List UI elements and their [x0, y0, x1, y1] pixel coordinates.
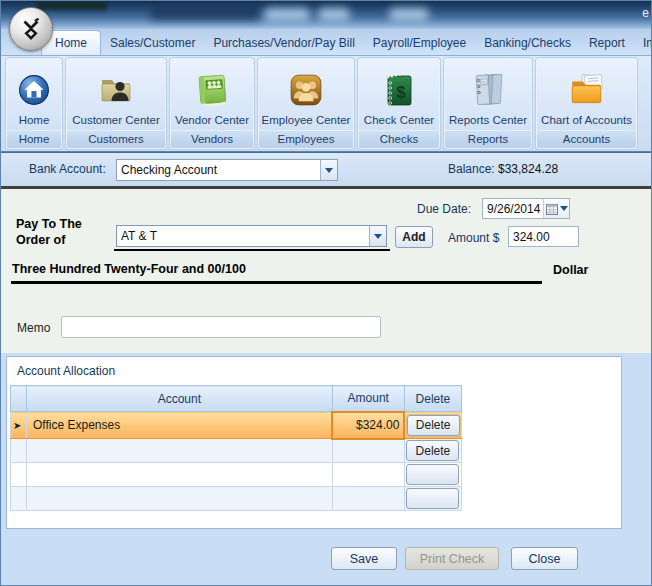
payee-select[interactable]: AT & T [116, 225, 387, 247]
print-check-button[interactable]: Print Check [405, 547, 499, 570]
vendor-center-button[interactable]: Vendor Center [171, 59, 253, 130]
chart-of-accounts-button[interactable]: Chart of Accounts [537, 59, 636, 130]
payee-underline [114, 249, 390, 251]
tab-report[interactable]: Report [580, 31, 634, 55]
balance-label: Balance: [448, 162, 495, 176]
table-row [11, 463, 462, 487]
account-cell[interactable]: Office Expenses [27, 412, 333, 439]
table-row: ➤ Office Expenses $324.00 Delete [11, 412, 462, 439]
bank-account-label: Bank Account: [29, 162, 106, 176]
due-date-value: 9/26/2014 [483, 202, 543, 216]
pay-to-the-order-of-label: Pay To The Order of [16, 216, 82, 248]
customer-center-button[interactable]: Customer Center [67, 59, 165, 130]
close-button[interactable]: Close [511, 547, 578, 570]
balance-value: $33,824.28 [498, 162, 558, 176]
redacted-window-title [151, 7, 259, 20]
vendor-book-icon [194, 66, 230, 114]
delete-cell: Delete [404, 439, 461, 463]
account-cell[interactable] [27, 463, 333, 487]
chevron-down-icon [374, 234, 382, 239]
ribbon-group-caption: Employees [259, 130, 353, 148]
ribbon-group-reports: Reports Center Reports [444, 58, 532, 149]
tab-purchases-vendor-pay-bill[interactable]: Purchases/Vendor/Pay Bill [204, 31, 363, 55]
redacted-title-text [37, 1, 107, 10]
bank-account-row: Bank Account: Checking Account Balance: … [1, 153, 651, 186]
pay-to-line-2: Order of [16, 232, 82, 248]
amount-cell[interactable] [332, 463, 404, 487]
delete-row-button[interactable]: Delete [406, 440, 459, 461]
home-icon [18, 66, 50, 114]
delete-cell [404, 463, 461, 487]
account-cell[interactable] [27, 439, 333, 463]
reports-center-button[interactable]: Reports Center [445, 59, 531, 130]
delete-cell: Delete [404, 412, 461, 439]
bank-account-value: Checking Account [117, 160, 320, 180]
table-row [11, 487, 462, 511]
ribbon-group-caption: Customers [67, 130, 165, 148]
due-date-picker-button[interactable] [543, 199, 569, 218]
row-selector-cell[interactable] [11, 463, 27, 487]
ribbon-toolbar: Home Home Customer Center [1, 56, 651, 151]
tab-payroll-employee[interactable]: Payroll/Employee [364, 31, 475, 55]
bank-account-dropdown-button[interactable] [320, 160, 337, 180]
amount-cell[interactable]: $324.00 [332, 412, 404, 439]
ribbon-group-customers: Customer Center Customers [66, 58, 166, 149]
home-button[interactable]: Home [7, 59, 61, 130]
row-selector-header [11, 386, 27, 412]
ribbon-group-caption: Home [7, 130, 61, 148]
delete-row-button[interactable] [406, 488, 459, 509]
delete-row-button[interactable] [406, 464, 459, 485]
delete-cell [404, 487, 461, 511]
delete-column-header: Delete [404, 386, 461, 412]
ribbon-tabs: Home Sales/Customer Purchases/Vendor/Pay… [1, 29, 651, 56]
row-selector-cell[interactable]: ➤ [11, 412, 27, 439]
employee-people-icon [289, 66, 323, 114]
check-center-button[interactable]: $ Check Center [359, 59, 439, 130]
payee-dropdown-button[interactable] [369, 226, 386, 246]
ribbon-group-checks: $ Check Center Checks [358, 58, 440, 149]
ribbon-group-caption: Reports [445, 130, 531, 148]
checkbook-icon: $ [384, 66, 414, 114]
account-allocation-title: Account Allocation [17, 364, 115, 378]
bank-account-select[interactable]: Checking Account [116, 159, 338, 181]
amount-words-underline [11, 281, 542, 284]
app-logo-icon [18, 16, 44, 42]
table-row: Delete [11, 439, 462, 463]
calendar-icon [546, 203, 558, 215]
tab-import-export[interactable]: Import/Exp [634, 31, 651, 55]
app-menu-button[interactable] [9, 7, 53, 51]
titlebar: e [1, 1, 651, 29]
due-date-field[interactable]: 9/26/2014 [482, 198, 570, 219]
amount-column-header: Amount [332, 386, 404, 412]
blurred-quick-button [318, 8, 350, 21]
tab-sales-customer[interactable]: Sales/Customer [101, 31, 204, 55]
allocation-table: Account Amount Delete ➤ Office Expenses … [10, 385, 462, 511]
chevron-down-icon [325, 168, 333, 173]
account-column-header: Account [27, 386, 333, 412]
app-window: e Home Sales/Customer Purchases/Vendor/P… [0, 0, 652, 586]
ribbon-group-caption: Checks [359, 130, 439, 148]
delete-row-button[interactable]: Delete [407, 415, 460, 436]
blurred-quick-button [389, 8, 429, 21]
amount-label: Amount $ [448, 231, 499, 245]
employee-center-button[interactable]: Employee Center [259, 59, 353, 130]
accounts-folder-icon [568, 66, 606, 114]
check-form: Due Date: 9/26/2014 Pay To The Order of … [1, 189, 651, 353]
account-cell[interactable] [27, 487, 333, 511]
amount-input[interactable] [508, 226, 579, 247]
payee-value: AT & T [117, 226, 369, 246]
amount-cell[interactable] [332, 439, 404, 463]
allocation-header-row: Account Amount Delete [11, 386, 462, 412]
ribbon-group-vendors: Vendor Center Vendors [170, 58, 254, 149]
memo-input[interactable] [61, 316, 381, 338]
ribbon-group-employees: Employee Center Employees [258, 58, 354, 149]
row-selector-cell[interactable] [11, 487, 27, 511]
save-button[interactable]: Save [331, 547, 397, 570]
row-selector-cell[interactable] [11, 439, 27, 463]
amount-cell[interactable] [332, 487, 404, 511]
pay-to-line-1: Pay To The [16, 216, 82, 232]
blurred-quick-button [264, 8, 310, 21]
tab-banking-checks[interactable]: Banking/Checks [475, 31, 580, 55]
add-payee-button[interactable]: Add [395, 226, 433, 248]
account-allocation-panel: Account Allocation Account Amount Delete… [6, 356, 622, 529]
